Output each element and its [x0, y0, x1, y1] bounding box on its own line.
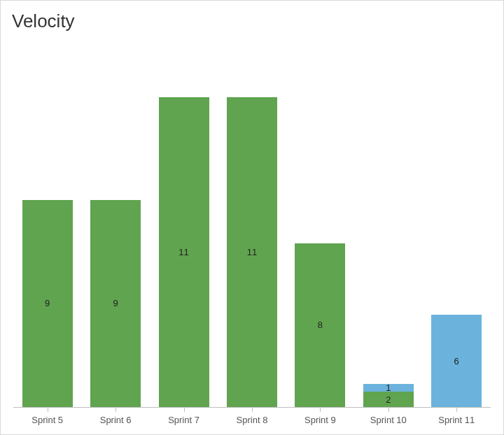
- bar-segment-planned[interactable]: 6: [431, 315, 482, 407]
- x-tick-label: Sprint 5: [13, 408, 81, 425]
- bar-segment-completed[interactable]: 9: [90, 200, 141, 407]
- bar-stack[interactable]: 21: [363, 315, 414, 407]
- bar-slot: 11: [218, 38, 286, 407]
- bar-stack[interactable]: 6: [431, 223, 482, 408]
- bar-slot: 8: [286, 38, 354, 407]
- x-tick-label: Sprint 6: [81, 408, 149, 425]
- x-tick-label: Sprint 11: [423, 408, 491, 425]
- plot-area: 9911118216: [13, 38, 491, 408]
- chart-title: Velocity: [12, 10, 493, 32]
- bar-segment-planned[interactable]: 1: [363, 384, 414, 392]
- bar-stack[interactable]: 11: [227, 69, 277, 407]
- bar-stack[interactable]: 8: [295, 162, 345, 407]
- bar-segment-completed[interactable]: 11: [227, 97, 277, 407]
- bar-stack[interactable]: 11: [159, 69, 209, 407]
- bar-segment-completed[interactable]: 11: [159, 97, 209, 407]
- x-tick-label: Sprint 7: [150, 408, 218, 425]
- bar-segment-completed[interactable]: 9: [22, 200, 73, 407]
- bar-slot: 9: [13, 38, 81, 407]
- bar-segment-completed[interactable]: 8: [295, 243, 345, 407]
- bar-slot: 21: [354, 38, 422, 407]
- x-axis: Sprint 5Sprint 6Sprint 7Sprint 8Sprint 9…: [13, 408, 491, 434]
- bar-slot: 11: [150, 38, 218, 407]
- x-tick-label: Sprint 10: [354, 408, 422, 425]
- x-tick-label: Sprint 9: [286, 408, 354, 425]
- velocity-chart: Velocity 9911118216 Sprint 5Sprint 6Spri…: [0, 0, 504, 435]
- x-tick-label: Sprint 8: [218, 408, 286, 425]
- bar-slot: 6: [423, 38, 491, 407]
- bar-stack[interactable]: 9: [90, 131, 141, 407]
- bar-segment-completed[interactable]: 2: [363, 392, 414, 407]
- bar-stack[interactable]: 9: [22, 131, 73, 407]
- bars-container: 9911118216: [13, 38, 491, 407]
- bar-slot: 9: [81, 38, 149, 407]
